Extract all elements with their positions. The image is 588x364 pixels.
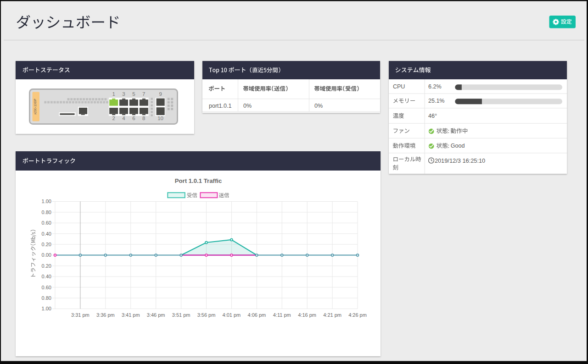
svg-text:2: 2 — [112, 116, 115, 121]
svg-text:0.60: 0.60 — [42, 220, 51, 226]
svg-text:0.40: 0.40 — [42, 231, 51, 237]
svg-text:x230-10GP: x230-10GP — [34, 99, 37, 115]
svg-text:4:06 pm: 4:06 pm — [247, 312, 266, 318]
svg-text:25.1%: 25.1% — [428, 98, 444, 104]
svg-text:5: 5 — [132, 91, 135, 97]
svg-text:1: 1 — [112, 91, 115, 97]
svg-text:0%: 0% — [314, 103, 323, 109]
svg-text:4:01 pm: 4:01 pm — [223, 312, 241, 318]
svg-text:3:31 pm: 3:31 pm — [71, 312, 90, 318]
svg-text:6: 6 — [132, 116, 135, 121]
svg-text:Port 1.0.1 Traffic: Port 1.0.1 Traffic — [175, 177, 222, 184]
svg-text:4:21 pm: 4:21 pm — [323, 312, 342, 318]
svg-text:3:36 pm: 3:36 pm — [96, 312, 115, 318]
svg-text:CPU: CPU — [393, 83, 405, 90]
svg-text:9: 9 — [159, 91, 162, 97]
svg-text:10: 10 — [157, 116, 163, 121]
svg-text:8: 8 — [142, 116, 145, 121]
svg-text:1.00: 1.00 — [42, 306, 51, 311]
svg-text:3:41 pm: 3:41 pm — [122, 312, 140, 318]
svg-text:3: 3 — [122, 91, 125, 97]
svg-text:4:26 pm: 4:26 pm — [348, 312, 367, 318]
svg-text:0%: 0% — [243, 103, 252, 109]
svg-text:0.80: 0.80 — [42, 210, 51, 215]
svg-text:3:56 pm: 3:56 pm — [197, 312, 216, 318]
svg-text:6.2%: 6.2% — [428, 83, 442, 90]
svg-text:4:16 pm: 4:16 pm — [298, 312, 316, 318]
svg-text:4:11 pm: 4:11 pm — [273, 312, 291, 318]
svg-text:0.40: 0.40 — [42, 274, 51, 279]
svg-text:4: 4 — [122, 116, 125, 121]
svg-text:0.20: 0.20 — [42, 242, 51, 247]
svg-text:0.60: 0.60 — [42, 285, 51, 290]
svg-text:0.00: 0.00 — [42, 252, 51, 258]
svg-text:port1.0.1: port1.0.1 — [209, 103, 231, 109]
svg-text:3:51 pm: 3:51 pm — [172, 312, 190, 318]
svg-text:Good: Good — [451, 143, 465, 149]
svg-text:2019/12/3 16:25:10: 2019/12/3 16:25:10 — [435, 157, 485, 164]
svg-text:0.20: 0.20 — [42, 263, 51, 269]
svg-text:46°: 46° — [428, 113, 437, 119]
svg-text:3:46 pm: 3:46 pm — [147, 312, 165, 318]
svg-text:0.80: 0.80 — [42, 295, 51, 301]
svg-text:1.00: 1.00 — [42, 199, 51, 204]
svg-text:7: 7 — [142, 91, 145, 97]
